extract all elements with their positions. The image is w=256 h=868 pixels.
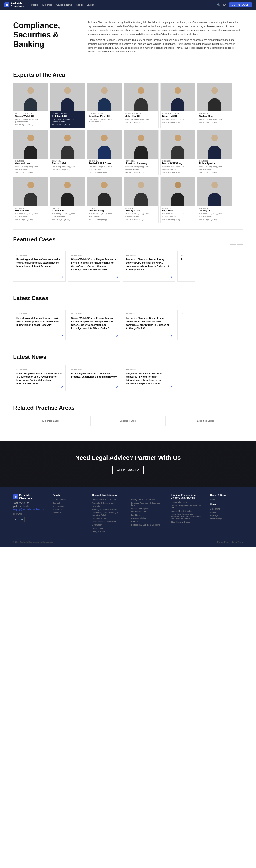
latest-case-card-2[interactable]: 16 AUG 2023 Wayne Walsh SC and Fergus Ta… <box>68 310 120 340</box>
footer-link-white-collar[interactable]: White Collar Crime <box>171 501 204 503</box>
expert-card-osmond-lam[interactable]: Counsel Osmond Lam Call: 2006 (Hong Kong… <box>13 130 48 176</box>
expert-card-walker-sham[interactable]: Counsel Walker Sham Call: 2006 (Hong Kon… <box>197 83 232 128</box>
nav-about[interactable]: About <box>76 3 82 6</box>
related-area-card-2[interactable]: Expertise Label <box>90 416 166 426</box>
cases-prev-button[interactable]: ‹ <box>230 239 236 245</box>
nav-expertise[interactable]: Expertise <box>42 3 52 6</box>
cta-get-in-touch-button[interactable]: GET IN TOUCH ↗ <box>112 466 144 474</box>
footer-link-mini-pupillage[interactable]: Mini Pupillage <box>210 518 243 520</box>
person-silhouette-head <box>211 135 218 141</box>
footer-link-arbitration[interactable]: Arbitration <box>92 505 125 507</box>
expert-card-erik-kwok[interactable]: Senior Counsel Erik Kwok SC Call: 2006 (… <box>50 83 85 128</box>
footer-link-pupillage[interactable]: Pupillage <box>210 514 243 517</box>
expert-card-jonathan-miller[interactable]: Senior Counsel Jonathan Miller SC Call: … <box>87 83 122 128</box>
footer-bottom-links: Privacy Policy Legal Terms <box>217 541 243 543</box>
footer-link-personal-injury[interactable]: Personal Injuries <box>131 517 164 519</box>
footer-link-professional[interactable]: Professional Liability & Discipline <box>131 524 164 526</box>
footer-link-financial-reg[interactable]: Financial Regulation & Securities Law <box>131 502 164 506</box>
latest-cases-prev-button[interactable]: ‹ <box>230 298 236 304</box>
featured-case-card-3[interactable]: 16 AUG 2023 Frederick Chan and Dexter Le… <box>123 251 175 281</box>
footer-link-land[interactable]: Land Law <box>131 514 164 516</box>
footer-link-counsel[interactable]: Counsel <box>52 502 85 504</box>
logo-text: Parkside Chambers <box>10 2 25 8</box>
footer-logo[interactable]: ⚖ Parkside Chambers <box>13 494 46 500</box>
expert-name: Chase Pun <box>52 209 83 212</box>
cta-title: Need Legal Advice? Partner With Us <box>13 454 243 461</box>
person-silhouette-head <box>138 135 144 141</box>
expert-card-wayne-walsh[interactable]: Senior Counsel Wayne Walsh SC Call: 2006… <box>13 83 48 128</box>
footer-link-about[interactable]: About <box>210 499 243 501</box>
related-area-card-3[interactable]: Expertise Label <box>168 416 243 426</box>
search-footer-icon[interactable]: 🔍 <box>20 517 25 522</box>
footer-link-family[interactable]: Family Law & Private Client <box>131 499 164 501</box>
logo[interactable]: ⚖ Parkside Chambers <box>4 2 25 8</box>
cases-next-button[interactable]: › <box>237 239 243 245</box>
expert-card-martin-wong[interactable]: Counsel Martin W H Wong Call: 2006 (Hong… <box>160 130 195 176</box>
expert-card-jeffrey-li[interactable]: Counsel Jeffrey Li Call: 2006 (Hong Kong… <box>197 177 232 223</box>
footer-link-fin-securities[interactable]: Financial Regulation and Securities Law <box>171 504 204 509</box>
latest-cases-next-button[interactable]: › <box>237 298 243 304</box>
nav-career[interactable]: Career <box>86 3 94 6</box>
expert-card-jeffrey-chau[interactable]: Counsel Jeffrey Chau Call: 2006 (Hong Ko… <box>123 177 158 223</box>
expert-card-benson-tsoi[interactable]: Counsel Benson Tsoi Call: 2006 (Hong Kon… <box>13 177 48 223</box>
expert-card-vincent-lung[interactable]: Counsel Vincent Lung Call: 2006 (Hong Ko… <box>87 177 122 223</box>
nav-people[interactable]: People <box>31 3 39 6</box>
latest-case-card-3[interactable]: 16 AUG 2023 Frederick Chan and Dexter Le… <box>123 310 175 340</box>
expert-card-chase-pun[interactable]: Counsel Chase Pun Call: 2006 (Hong Kong)… <box>50 177 85 223</box>
case-date: 16 AUG 2023 <box>71 254 117 256</box>
nav-cta-button[interactable]: GET IN TOUCH <box>229 2 252 7</box>
news-card-2[interactable]: 15 AUG 2023 Ernest Ng was invited to sha… <box>68 365 120 391</box>
footer-link-general-crimes[interactable]: Other General Crimes <box>171 521 204 523</box>
footer-link-ip[interactable]: Intellectual Property <box>131 507 164 509</box>
footer-legal-link[interactable]: Legal Terms <box>232 541 243 543</box>
featured-case-card-2[interactable]: 16 AUG 2023 Wayne Walsh SC and Fergus Ta… <box>68 251 120 281</box>
expert-card-robin-egerton[interactable]: Counsel Robin Egerton Call: 2006 (Hong K… <box>197 130 232 176</box>
expert-card-frederick-chan[interactable]: Counsel Frederick H F Chan Call: 2006 (H… <box>87 130 122 176</box>
footer-link-commercial[interactable]: Commercial Law <box>92 517 125 519</box>
expert-card-jonathan-ahweng[interactable]: Counsel Jonathan Ah-weng Call: 2006 (Hon… <box>123 130 158 176</box>
expert-card-nigel-kat[interactable]: Senior Counsel Nigel Kat SC Call: 2006 (… <box>160 83 195 128</box>
footer-link-tenancy[interactable]: Tenancy <box>210 511 243 513</box>
footer-link-equity[interactable]: Equity & Trusts <box>92 530 125 532</box>
footer-link-defamation[interactable]: Defamation <box>92 524 125 526</box>
expert-info: Counsel Vincent Lung Call: 2006 (Hong Ko… <box>87 206 121 221</box>
related-area-card-1[interactable]: Expertise Label <box>13 416 88 426</box>
footer-link-scholarship[interactable]: Scholarship <box>210 508 243 510</box>
featured-case-card-4[interactable]: 16 Ex... <box>177 251 195 281</box>
footer-privacy-link[interactable]: Privacy Policy <box>217 541 229 543</box>
footer-link-mediators[interactable]: Mediators <box>52 512 85 514</box>
featured-case-card-1[interactable]: 16 AUG 2023 Ernest Ng and Jeremy Yau wer… <box>13 251 66 281</box>
expert-role: Counsel <box>125 160 156 162</box>
footer-link-international[interactable]: International Law <box>131 510 164 513</box>
footer-link-admin-law[interactable]: Administrative & Public Law <box>92 499 125 501</box>
person-silhouette-body <box>208 193 221 206</box>
footer-link-arbitrators[interactable]: Arbitrators <box>52 508 85 510</box>
news-card-1[interactable]: 16 AUG 2023 Mike Yeung was invited by An… <box>13 365 66 391</box>
latest-case-card-1[interactable]: 16 AUG 2023 Ernest Ng and Jeremy Yau wer… <box>13 310 66 340</box>
news-date: 16 AUG 2023 <box>16 368 63 370</box>
footer-link-senior-counsel[interactable]: Senior Counsel <box>52 499 85 501</box>
expert-card-bernard-mak[interactable]: Counsel Bernard Mak Call: 2006 (Hong Kon… <box>50 130 85 176</box>
latest-case-card-4[interactable]: 16 <box>177 310 195 340</box>
expert-photo-kay-seto <box>160 177 195 206</box>
footer-link-admiralty[interactable]: Admiralty & Shipping Law <box>92 502 125 504</box>
expert-card-john-doe[interactable]: Senior Counsel John Doe SC Call: 2006 (H… <box>123 83 158 128</box>
footer-link-civil-fraud[interactable]: Civil Fraud, Asset Recovery & Injunctive… <box>92 512 125 516</box>
footer-col-title-people: People <box>52 494 85 496</box>
nav-cases-news[interactable]: Cases & News <box>57 3 72 6</box>
person-silhouette-head <box>64 135 71 141</box>
expert-card-kay-seto[interactable]: Counsel Kay Seto Call: 2006 (Hong Kong),… <box>160 177 195 223</box>
news-card-3[interactable]: 16 AUG 2023 Benjamin Lam spoke on interi… <box>123 365 175 391</box>
featured-cases-grid: 16 AUG 2023 Ernest Ng and Jeremy Yau wer… <box>13 251 243 281</box>
footer-link-industrial[interactable]: Industrial Related Matters <box>171 510 204 512</box>
language-selector[interactable]: EN <box>223 3 226 6</box>
footer-link-banking[interactable]: Banking & Financial Services <box>92 508 125 510</box>
linkedin-icon[interactable]: in <box>13 517 18 522</box>
footer-email[interactable]: enquiry@parksidechambers.com <box>13 508 46 510</box>
search-icon[interactable]: 🔍 <box>217 3 221 7</box>
footer-link-probate[interactable]: Probate <box>131 521 164 523</box>
footer-link-employment[interactable]: Employment <box>92 527 125 529</box>
footer-link-criminal-ancillary[interactable]: Criminal Ancillary Matters: Extradition,… <box>171 513 204 520</box>
footer-link-construction[interactable]: Construction & Infrastructure <box>92 521 125 523</box>
footer-link-door-tenants[interactable]: Door Tenants <box>52 505 85 507</box>
